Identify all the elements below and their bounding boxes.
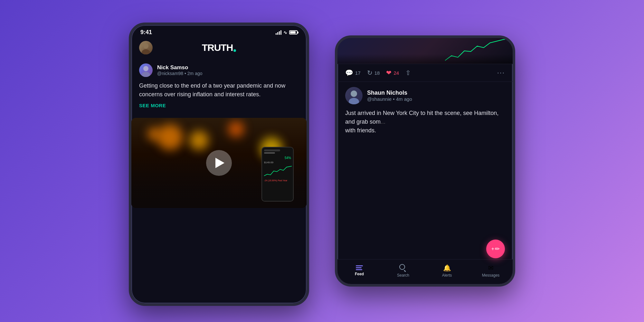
like-count: 24 [393, 70, 399, 76]
post-author-avatar [139, 63, 153, 77]
nav-search[interactable]: Search [381, 264, 425, 278]
author-name: Nick Samso [157, 64, 203, 71]
post-author-avatar-right [345, 87, 363, 104]
status-bar-left: 9:41 ∿ [131, 25, 307, 38]
svg-point-5 [349, 98, 359, 104]
nav-search-label: Search [397, 273, 409, 278]
svg-point-1 [142, 49, 150, 54]
post-text: Getting close to the end of a two year p… [139, 81, 299, 99]
repost-count: 18 [374, 70, 380, 76]
repost-btn[interactable]: ↻ 18 [367, 69, 380, 77]
see-more-link[interactable]: SEE MORE [139, 103, 299, 108]
post-header: Nick Samso @nicksam98 • 2m ago [139, 63, 299, 77]
feed-icon [356, 265, 363, 270]
comment-icon: 💬 [345, 69, 353, 77]
nav-messages[interactable]: ✉ Messages [469, 264, 513, 278]
comment-btn[interactable]: 💬 17 [345, 69, 361, 77]
wifi-icon: ∿ [283, 30, 287, 35]
nav-alerts-label: Alerts [442, 273, 452, 278]
signal-icon [276, 30, 281, 35]
status-icons: ∿ [276, 30, 298, 35]
post-text-right: Just arrived in New York City to hit the… [345, 109, 505, 135]
nav-messages-label: Messages [482, 273, 500, 278]
app-header: TRUTH [131, 38, 307, 58]
battery-icon [289, 30, 298, 34]
post-author-info: Nick Samso @nicksam98 • 2m ago [157, 64, 203, 76]
more-btn[interactable]: ··· [497, 69, 505, 77]
user-avatar[interactable] [139, 41, 153, 54]
author-name-right: Shaun Nichols [367, 90, 412, 96]
compose-fab[interactable]: + ✏ [486, 240, 505, 258]
svg-point-3 [142, 72, 150, 77]
repost-icon: ↻ [367, 69, 373, 77]
author-handle-time: @nicksam98 • 2m ago [157, 71, 203, 76]
phone-left: 9:41 ∿ [129, 23, 309, 306]
author-handle-right: @shaunnie • 4m ago [367, 96, 412, 102]
heart-icon: ❤ [386, 69, 392, 77]
messages-icon: ✉ [488, 264, 494, 272]
nav-feed[interactable]: Feed [337, 265, 381, 276]
nav-alerts[interactable]: 🔔 Alerts [425, 264, 469, 278]
comment-count: 17 [355, 70, 361, 76]
nav-feed-label: Feed [355, 272, 364, 276]
post-actions: 💬 17 ↻ 18 ❤ 24 ⇧ ··· [337, 64, 513, 82]
share-btn[interactable]: ⇧ [405, 69, 411, 77]
svg-point-4 [351, 90, 357, 97]
app-logo: TRUTH [202, 42, 236, 53]
post-left: Nick Samso @nicksam98 • 2m ago Getting c… [131, 58, 307, 118]
phone-right: 💬 17 ↻ 18 ❤ 24 ⇧ ··· [335, 35, 515, 287]
play-button[interactable] [206, 150, 232, 176]
top-media-right [337, 38, 513, 64]
svg-point-0 [143, 43, 148, 49]
svg-point-2 [143, 66, 148, 71]
like-btn[interactable]: ❤ 24 [386, 69, 399, 77]
post-right: Shaun Nichols @shaunnie • 4m ago Just ar… [337, 82, 513, 265]
post-header-right: Shaun Nichols @shaunnie • 4m ago [345, 87, 505, 104]
post-author-info-right: Shaun Nichols @shaunnie • 4m ago [367, 90, 412, 102]
bell-icon: 🔔 [443, 264, 451, 272]
bottom-nav: Feed Search 🔔 Alerts ✉ Messages [337, 259, 513, 284]
status-time: 9:41 [140, 29, 152, 36]
share-icon: ⇧ [405, 69, 411, 77]
search-icon [399, 264, 407, 272]
post-media[interactable]: 54% $149.69 -24 (16.99%) Past Year [131, 118, 307, 208]
